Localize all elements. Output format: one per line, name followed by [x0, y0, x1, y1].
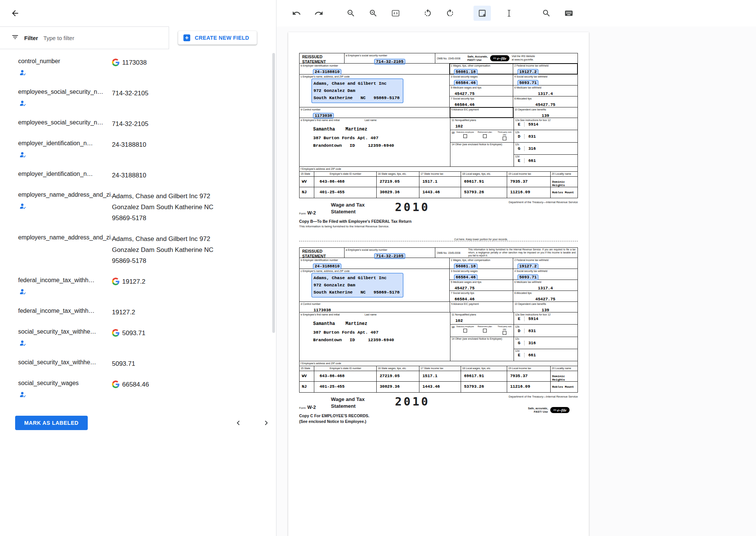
ssn-annotation[interactable]: 714-32-2105	[375, 59, 405, 64]
field-row[interactable]: employer_identification_n… 24-3188810	[18, 165, 276, 186]
field-row[interactable]: social_security_tax_withhe… 5093.71	[18, 323, 276, 353]
w2-box-2-federal-tax: 2 Federal income tax withheld 19127.2	[513, 64, 577, 74]
ss-wages-annotation[interactable]: 66584.46	[455, 81, 477, 85]
document-panel: REISSUEDSTATEMENT a Employee's social se…	[276, 0, 756, 536]
field-name-column: federal_income_tax_withh…	[18, 276, 112, 297]
undo-button[interactable]	[288, 6, 305, 21]
w2-box-3-ss-wages: 3 Social security wages66584.46	[450, 269, 513, 280]
w2-box-f-employee-address: f Employee's address and ZIP code	[300, 167, 577, 171]
human-verified-icon	[19, 391, 27, 400]
field-name: social_security_tax_withhe…	[18, 358, 112, 367]
field-value-column: 24-3188810	[112, 139, 276, 150]
employee-first-name: Samantha	[313, 321, 335, 326]
chevron-right-icon	[262, 418, 271, 427]
form-number: W-2	[307, 405, 316, 410]
statutory-employee-checkbox[interactable]	[463, 329, 467, 332]
document-pager	[234, 418, 271, 427]
back-button[interactable]	[11, 9, 20, 18]
field-name: employer_identification_n…	[18, 170, 112, 178]
field-row[interactable]: employees_social_security_n… 714-32-2105	[18, 113, 276, 134]
department-line: Department of the Treasury—Internal Reve…	[509, 200, 578, 204]
w2-box-2-federal-tax: 2 Federal income tax withheld 19127.2	[513, 258, 577, 269]
third-party-sick-pay-checkbox[interactable]	[503, 331, 506, 335]
field-value-column: 5093.71	[112, 328, 276, 339]
w2-box-7-ss-tips: 7 Social security tips66584.46	[450, 291, 513, 302]
field-value-column: 1173038	[112, 57, 276, 68]
field-name-column: employers_name_address_and_zi…	[18, 233, 112, 242]
filter-section[interactable]: Filter	[0, 26, 169, 49]
left-panel-scrollbar[interactable]	[272, 53, 275, 333]
create-new-field-button[interactable]: + CREATE NEW FIELD	[178, 31, 257, 45]
irs-efile-logo: IRSe~file	[490, 55, 509, 61]
search-button[interactable]	[538, 6, 555, 21]
ein-annotation[interactable]: 24-3188810	[314, 264, 341, 269]
wages-annotation[interactable]: 56081.18	[455, 70, 477, 74]
ein-annotation[interactable]: 24-3188810	[314, 70, 341, 74]
retirement-plan-checkbox[interactable]	[483, 329, 487, 332]
employer-name-address-annotation[interactable]: Adams, Chase and Gilbert Inc 972 Gonzale…	[312, 79, 403, 103]
mark-as-labeled-button[interactable]: MARK AS LABELED	[15, 416, 88, 430]
w2-box-5-medicare-wages: 5 Medicare wages and tips45427.75	[450, 280, 513, 291]
filter-icon	[11, 33, 19, 42]
w2-box-12b: 12bD831	[514, 325, 577, 337]
field-value-column: 24-3188810	[112, 170, 276, 181]
previous-page-button[interactable]	[234, 418, 243, 427]
field-name-column: employers_name_address_and_zi…	[18, 191, 112, 211]
control-number-annotation[interactable]: 1173038	[314, 308, 331, 312]
w2-box-14-other: 14 Other (see enclosed Notice to Employe…	[450, 337, 514, 362]
w2-box-c-employer: c Employer's name, address, and ZIP code…	[300, 75, 450, 107]
zoom-in-button[interactable]	[365, 6, 382, 21]
field-row[interactable]: social_security_tax_withhe… 5093.71	[18, 353, 276, 374]
rotate-left-button[interactable]	[419, 6, 436, 21]
tax-year: 2010	[395, 395, 430, 412]
field-name: social_security_tax_withhe…	[18, 328, 112, 336]
field-value-column: 66584.46	[112, 379, 276, 390]
human-verified-icon	[19, 202, 27, 211]
field-row[interactable]: employer_identification_n… 24-3188810	[18, 134, 276, 165]
efile-promo: Safe, Accurate,FAST! Use IRSe~file Visit…	[467, 55, 535, 62]
field-row[interactable]: federal_income_tax_withh… 19127.2	[18, 302, 276, 323]
statutory-employee-checkbox[interactable]	[463, 134, 467, 138]
employee-first-name: Samantha	[313, 127, 335, 132]
field-row[interactable]: control_number 1173038	[18, 52, 276, 83]
w2-boxes-1-2: 1 Wages, tips, other compensation 56081.…	[450, 64, 577, 74]
document-viewer[interactable]: REISSUEDSTATEMENT a Employee's social se…	[276, 26, 756, 536]
w2-box-7-ss-tips: 7 Social security tips66584.46	[450, 96, 513, 107]
keyboard-shortcuts-button[interactable]	[560, 6, 577, 21]
federal-tax-annotation[interactable]: 19127.2	[518, 264, 538, 269]
filter-input[interactable]	[43, 35, 163, 41]
code-view-button[interactable]	[387, 6, 404, 21]
field-value: 24-3188810	[112, 170, 146, 181]
ssn-annotation[interactable]: 714-32-2105	[375, 254, 405, 258]
ss-tax-annotation[interactable]: 5093.71	[518, 81, 538, 85]
field-row[interactable]: federal_income_tax_withh… 19127.2	[18, 271, 276, 302]
field-row[interactable]: employers_name_address_and_zi… Adams, Ch…	[18, 228, 276, 271]
field-row[interactable]: employees_social_security_n… 714-32-2105	[18, 83, 276, 113]
add-annotation-button[interactable]	[473, 6, 491, 21]
ss-wages-annotation[interactable]: 66584.46	[455, 275, 477, 280]
employer-name-address-annotation[interactable]: Adams, Chase and Gilbert Inc 972 Gonzale…	[312, 273, 403, 297]
next-page-button[interactable]	[262, 418, 271, 427]
wages-annotation[interactable]: 56081.18	[455, 264, 477, 269]
field-row[interactable]: social_security_wages 66584.46	[18, 374, 276, 405]
w2-box-a-ssn: a Employee's social security number 714-…	[345, 248, 435, 258]
retirement-plan-checkbox[interactable]	[483, 134, 487, 138]
federal-tax-annotation[interactable]: 19127.2	[518, 70, 538, 74]
add-annotation-icon	[478, 9, 487, 18]
ss-tax-annotation[interactable]: 5093.71	[518, 275, 538, 280]
text-select-button[interactable]	[500, 6, 518, 21]
w2-boxes-11-14: 11 Nonqualified plans102 12a See instruc…	[450, 312, 577, 361]
rotate-right-button[interactable]	[441, 6, 459, 21]
w2-box-e-employee: e Employee's first name and initialLast …	[300, 118, 450, 166]
w2-box-14-other: 14 Other (see enclosed Notice to Employe…	[450, 143, 514, 167]
field-value: Adams, Chase and Gilbert Inc 972 Gonzale…	[112, 233, 225, 266]
w2-box-13-checkboxes: 13 Statutory employee Retirement plan Th…	[450, 130, 514, 142]
control-number-annotation[interactable]: 1173038	[314, 113, 333, 118]
field-value-column: 19127.2	[112, 276, 276, 287]
third-party-sick-pay-checkbox[interactable]	[503, 137, 506, 140]
field-row[interactable]: employers_name_address_and_zi… Adams, Ch…	[18, 186, 276, 228]
tax-year: 2010	[395, 200, 430, 218]
w2-box-13-checkboxes: 13 Statutory employee Retirement plan Th…	[450, 325, 514, 337]
redo-button[interactable]	[310, 6, 328, 21]
zoom-out-button[interactable]	[342, 6, 360, 21]
